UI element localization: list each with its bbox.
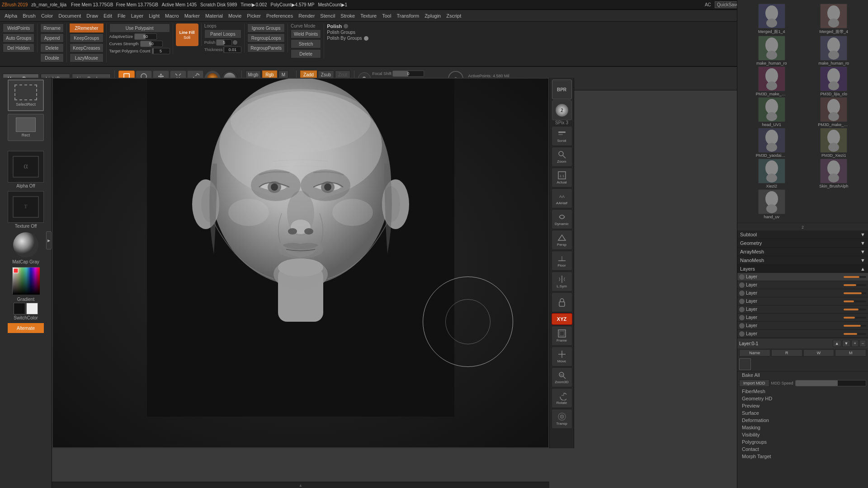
menu-item-color[interactable]: Color [38, 12, 56, 19]
del-hidden-btn[interactable]: Del Hidden [3, 43, 34, 52]
thumb-item-t7[interactable]: head_UV1 [741, 97, 802, 127]
zoom3d-btn[interactable]: 3D Zoom3D [552, 367, 572, 387]
layer-del-btn[interactable]: − [859, 340, 866, 347]
layer-frame-icon[interactable] [739, 358, 751, 370]
keep-groups-btn[interactable]: KeepGroups [70, 33, 104, 42]
menu-item-stencil[interactable]: Stencil [317, 12, 338, 19]
xyz-btn[interactable]: XYZ [552, 313, 572, 325]
layer-name-btn[interactable]: Name [739, 349, 770, 357]
dynamic-icon-btn[interactable]: Dynamic [552, 209, 572, 229]
regroup-panels-btn[interactable]: RegroupPanels [247, 43, 285, 52]
morph-target-item[interactable]: Morph Target [737, 453, 868, 460]
swatch-black[interactable] [14, 303, 25, 314]
preview-item[interactable]: Preview [737, 402, 868, 409]
regroup-loops-btn[interactable]: RegroupLoops [247, 33, 285, 42]
aahalf-btn[interactable]: AA AAHalf [552, 188, 572, 208]
delete2-btn[interactable]: Delete [291, 49, 321, 58]
scroll-btn[interactable]: Scroll [552, 126, 572, 146]
menu-item-zscript[interactable]: Zscript [443, 12, 464, 19]
adaptive-slider[interactable]: 50 [134, 33, 157, 40]
layer-add-btn[interactable]: + [851, 340, 858, 347]
menu-item-zplugin[interactable]: Zplugin [422, 12, 443, 19]
alternate-btn[interactable]: Alternate [8, 323, 44, 333]
layer-row-0[interactable]: Layer [737, 273, 868, 281]
layer-r-btn[interactable]: R [771, 349, 802, 357]
thumb-item-t8[interactable]: PM3D_make_hur [803, 97, 865, 127]
delete-btn[interactable]: Delete [40, 43, 64, 52]
layer-row-5[interactable]: Layer [737, 314, 868, 322]
masking-item[interactable]: Masking [737, 424, 868, 431]
polish-toggle[interactable] [233, 40, 237, 45]
thumb-item-t6[interactable]: PM3D_lijia_clo [803, 66, 865, 96]
visibility-item[interactable]: Visibility [737, 431, 868, 438]
curves-slider[interactable]: 50 [140, 41, 163, 47]
menu-item-layer[interactable]: Layer [128, 12, 146, 19]
polish-by-dot[interactable] [364, 36, 368, 41]
layer-slider-3[interactable] [844, 300, 866, 302]
thumb-item-t3[interactable]: make_human_ro [741, 36, 802, 66]
menu-item-brush[interactable]: Brush [20, 12, 38, 19]
lock-btn[interactable] [552, 292, 572, 312]
thumb-item-t11[interactable]: Xiezi2 [741, 159, 802, 188]
layer-up-btn[interactable]: ▲ [833, 340, 841, 347]
bake-all-item[interactable]: Bake All [737, 371, 868, 379]
rect-btn[interactable]: Rect [8, 114, 44, 141]
layer-row-6[interactable]: Layer [737, 322, 868, 330]
layer-slider-2[interactable] [844, 292, 866, 294]
viewport[interactable] [52, 78, 549, 448]
polish-dot[interactable] [344, 24, 348, 28]
layer-slider-1[interactable] [844, 284, 866, 286]
thumb-item-t1[interactable]: Merged_面1_4 [741, 4, 802, 35]
menu-item-document[interactable]: Document [56, 12, 84, 19]
thumb-item-t12[interactable]: Skin_BrushAlph [803, 159, 865, 188]
menu-item-preferences[interactable]: Preferences [264, 12, 296, 19]
layer-slider-7[interactable] [844, 333, 866, 335]
swatch-white[interactable] [26, 303, 38, 314]
target-slider[interactable]: 5 [152, 48, 170, 54]
arrow-indicator[interactable]: ▶ [46, 231, 52, 249]
rotate-icon-btn[interactable]: Rotate [552, 388, 572, 408]
zremesher-btn[interactable]: ZRemesher [70, 23, 104, 33]
layers-title[interactable]: Layers ▲ [737, 265, 868, 273]
menu-item-marker[interactable]: Marker [182, 12, 203, 19]
panel-loops-btn[interactable]: Panel Loops [204, 29, 242, 38]
ignore-groups-btn[interactable]: Ignore Groups [247, 23, 285, 33]
layer-slider-4[interactable] [844, 309, 866, 310]
layer-slider-0[interactable] [844, 276, 866, 278]
menu-item-material[interactable]: Material [203, 12, 226, 19]
focal-slider[interactable]: 0 [392, 70, 424, 77]
subtool-title[interactable]: Subtool ▼ [737, 230, 868, 239]
menu-item-draw[interactable]: Draw [84, 12, 101, 19]
spix-btn[interactable]: 2 [552, 100, 572, 120]
surface-item[interactable]: Surface [737, 409, 868, 417]
layer-slider-6[interactable] [844, 325, 866, 327]
thumb-item-t13[interactable]: hand_uv [741, 189, 802, 219]
menu-item-transform[interactable]: Transform [394, 12, 422, 19]
texture-off-btn[interactable]: T [8, 191, 44, 223]
use-polypaint-btn[interactable]: Use Polypaint [109, 23, 170, 33]
arraymesh-title[interactable]: ArrayMesh ▼ [737, 248, 868, 256]
layer-row-1[interactable]: Layer [737, 281, 868, 289]
zoom-btn[interactable]: Zoom [552, 147, 572, 167]
bpr-btn[interactable]: BPR [552, 80, 572, 99]
frame-btn[interactable]: Frame [552, 326, 572, 346]
layer-row-3[interactable]: Layer [737, 297, 868, 305]
layer-dn-btn[interactable]: ▼ [842, 340, 851, 347]
layer-m-btn[interactable]: M [835, 349, 866, 357]
layer-row-2[interactable]: Layer [737, 289, 868, 297]
menu-item-macro[interactable]: Macro [162, 12, 182, 19]
floor-btn[interactable]: Floor [552, 251, 572, 271]
menu-item-stroke[interactable]: Stroke [338, 12, 358, 19]
layer-slider-5[interactable] [844, 317, 866, 319]
auto-groups-btn[interactable]: Auto Groups [3, 33, 34, 42]
thickness-slider[interactable]: 0.01 [223, 47, 241, 53]
contact-item[interactable]: Contact [737, 446, 868, 453]
fibermesh-item[interactable]: FiberMesh [737, 388, 868, 395]
keep-creases-btn[interactable]: KeepCreases [70, 43, 104, 52]
transp-btn[interactable]: Transp [552, 409, 572, 429]
thumb-item-t4[interactable]: make_human_ro [803, 36, 865, 66]
stretch-btn[interactable]: Stretch [291, 39, 321, 48]
move-icon-btn[interactable]: Move [552, 347, 572, 366]
polygroups-item[interactable]: Polygroups [737, 438, 868, 446]
layer-row-4[interactable]: Layer [737, 305, 868, 314]
